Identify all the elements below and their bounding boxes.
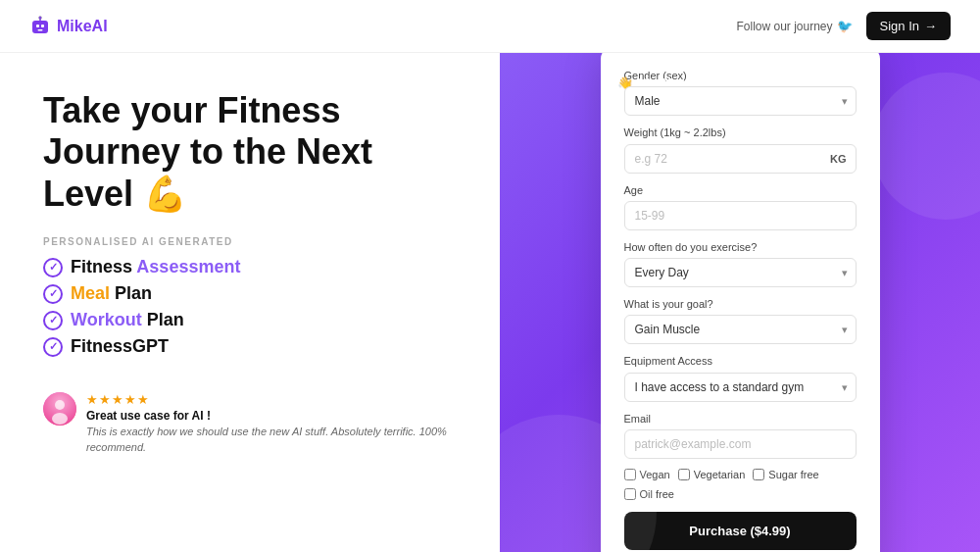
- exercise-label: How often do you exercise?: [624, 240, 857, 254]
- age-label: Age: [624, 183, 857, 197]
- feature-fitness-text: Fitness Assessment: [71, 257, 240, 277]
- weight-label: Weight (1kg ~ 2.2lbs): [624, 125, 857, 139]
- feature-workout: Workout Plan: [43, 310, 457, 330]
- check-icon-workout: [43, 311, 63, 330]
- logo: MikeAI: [29, 16, 108, 37]
- review-title: Great use case for AI !: [86, 409, 457, 423]
- svg-rect-0: [32, 21, 48, 33]
- dietary-checkboxes: Vegan Vegetarian Sugar free Oil free: [624, 469, 857, 500]
- feature-fitnessgpt: FitnessGPT: [43, 336, 457, 357]
- svg-point-7: [55, 400, 65, 410]
- equipment-select[interactable]: I have access to a standard gym Home gym…: [624, 373, 857, 402]
- feature-fitnessgpt-text: FitnessGPT: [71, 336, 169, 357]
- equipment-select-wrapper: I have access to a standard gym Home gym…: [624, 373, 857, 402]
- weight-unit: KG: [830, 153, 847, 165]
- left-panel: Take your Fitness Journey to the Next Le…: [0, 53, 500, 552]
- age-input-wrapper: [624, 201, 857, 230]
- weight-row: Weight (1kg ~ 2.2lbs) KG: [624, 125, 857, 173]
- email-label: Email: [624, 412, 857, 426]
- weight-input[interactable]: [624, 144, 857, 174]
- feature-meal-text: Meal Plan: [71, 283, 152, 304]
- twitter-icon: 🐦: [837, 19, 853, 33]
- vegetarian-label: Vegetarian: [694, 469, 746, 480]
- main-content: Take your Fitness Journey to the Next Le…: [0, 53, 980, 552]
- header-right: Follow our journey 🐦 Sign In: [736, 12, 951, 40]
- check-icon-fitnessgpt: [43, 337, 63, 357]
- vegetarian-checkbox[interactable]: [678, 469, 690, 480]
- review-section: ★★★★★ Great use case for AI ! This is ex…: [43, 392, 457, 455]
- equipment-label: Equipment Access: [624, 354, 857, 368]
- svg-rect-2: [41, 25, 44, 27]
- logo-text: MikeAI: [57, 18, 108, 35]
- signin-button[interactable]: Sign In: [866, 12, 951, 40]
- svg-rect-3: [38, 29, 43, 31]
- gender-select[interactable]: Male Female Other: [624, 86, 857, 116]
- vegetarian-checkbox-item[interactable]: Vegetarian: [678, 469, 746, 480]
- follow-journey-text: Follow our journey 🐦: [736, 19, 852, 33]
- personalised-label: PERSONALISED AI GENERATED: [43, 236, 457, 247]
- hero-title: Take your Fitness Journey to the Next Le…: [43, 90, 457, 215]
- feature-meal: Meal Plan: [43, 283, 457, 304]
- goal-select[interactable]: Gain Muscle Lose Weight Maintain Weight …: [624, 315, 857, 344]
- check-icon-meal: [43, 284, 63, 304]
- feature-workout-text: Workout Plan: [71, 310, 184, 330]
- equipment-row: Equipment Access I have access to a stan…: [624, 354, 857, 401]
- reviewer-avatar: [43, 392, 76, 426]
- svg-rect-1: [36, 25, 39, 27]
- exercise-row: How often do you exercise? Every Day 5-6…: [624, 240, 857, 287]
- avatar-svg: [43, 392, 76, 426]
- email-input[interactable]: [624, 429, 857, 459]
- exercise-select[interactable]: Every Day 5-6x per week 3-4x per week 1-…: [624, 258, 857, 287]
- sugarfree-label: Sugar free: [768, 469, 818, 480]
- goal-row: What is your goal? Gain Muscle Lose Weig…: [624, 297, 857, 344]
- svg-point-8: [52, 413, 68, 425]
- email-row: Email: [624, 412, 857, 459]
- features-list: Fitness Assessment Meal Plan Workout Pla…: [43, 257, 457, 363]
- review-body: This is exactly how we should use the ne…: [86, 425, 457, 455]
- svg-point-5: [39, 16, 42, 19]
- review-content: ★★★★★ Great use case for AI ! This is ex…: [86, 392, 457, 455]
- feature-fitness: Fitness Assessment: [43, 257, 457, 277]
- sugarfree-checkbox-item[interactable]: Sugar free: [753, 469, 818, 480]
- age-input[interactable]: [624, 201, 857, 230]
- exercise-select-wrapper: Every Day 5-6x per week 3-4x per week 1-…: [624, 258, 857, 287]
- logo-icon: [29, 16, 51, 37]
- sugarfree-checkbox[interactable]: [753, 469, 764, 480]
- purchase-button[interactable]: Purchase ($4.99): [624, 512, 857, 550]
- header: MikeAI Follow our journey 🐦 Sign In: [0, 0, 980, 53]
- gender-select-wrapper: Male Female Other ▾: [624, 86, 857, 116]
- right-panel: 👋 10x Meal Plan, 10x Workout Plan, 10x A…: [500, 53, 980, 552]
- weight-input-wrapper: KG: [624, 144, 857, 174]
- goal-select-wrapper: Gain Muscle Lose Weight Maintain Weight …: [624, 315, 857, 344]
- review-stars: ★★★★★: [86, 392, 457, 407]
- check-icon-fitness: [43, 258, 63, 277]
- goal-label: What is your goal?: [624, 297, 857, 311]
- age-row: Age: [624, 183, 857, 230]
